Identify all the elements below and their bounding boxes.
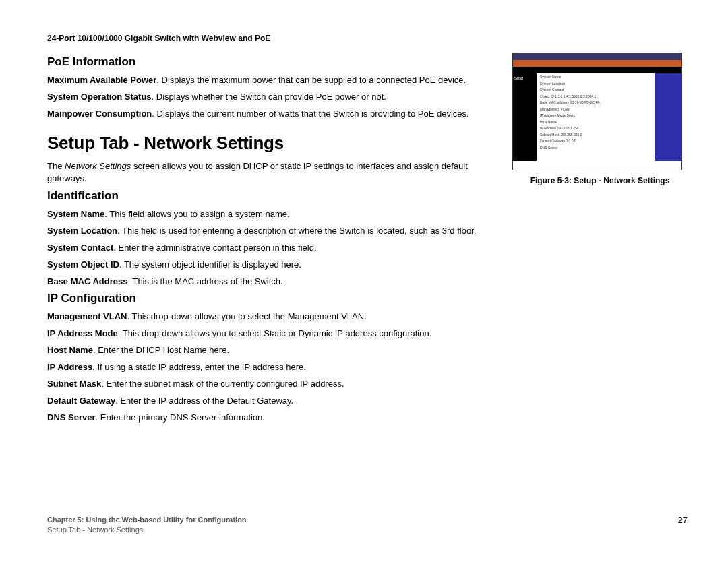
term: System Operation Status [47,92,152,102]
desc: . This is the MAC address of the Switch. [127,276,282,286]
desc: . This field allows you to assign a syst… [104,209,289,219]
figure-field: Base MAC address 00-19-98-FD-2C-FA [540,100,651,106]
ip-item: IP Address Mode. This drop-down allows y… [47,327,500,340]
desc: . This field is used for entering a desc… [117,226,476,236]
term: IP Address [47,362,92,372]
figure-column: Setup System Name System Location System… [512,53,688,428]
term: Maximum Available Power [47,75,156,85]
ident-item: System Location. This field is used for … [47,225,500,238]
figure-field: System Name [540,75,651,80]
footer-subtitle: Setup Tab - Network Settings [47,525,247,535]
ip-item: Subnet Mask. Enter the subnet mask of th… [47,378,500,391]
ip-item: Default Gateway. Enter the IP address of… [47,395,500,408]
figure-field: System Contact [540,88,651,93]
ident-item: System Object ID. The system object iden… [47,259,500,272]
figure-brandbar [513,53,681,60]
desc: . The system object identifier is displa… [119,259,301,270]
poe-heading: PoE Information [47,55,500,69]
intro-pre: The [47,161,65,171]
term: Subnet Mask [47,379,101,389]
term: DNS Server [47,412,96,423]
setup-intro: The Network Settings screen allows you t… [47,160,500,186]
desc: . This drop-down allows you to select th… [127,311,366,321]
page-footer: Chapter 5: Using the Web-based Utility f… [47,515,688,535]
ip-item: IP Address. If using a static IP address… [47,361,500,374]
figure-field: Subnet Mask 255.255.255.0 [540,133,651,138]
footer-left: Chapter 5: Using the Web-based Utility f… [47,515,247,535]
poe-item: System Operation Status. Displays whethe… [47,91,500,104]
desc: . Enter the DHCP Host Name here. [93,345,229,355]
desc: . If using a static IP address, enter th… [92,362,306,372]
figure-form: System Name System Location System Conta… [540,75,651,152]
figure-field: Default Gateway 0.0.0.0 [540,139,651,144]
figure-field: IP Address 192.168.1.254 [540,126,651,131]
term: System Object ID [47,259,119,270]
ident-item: Base MAC Address. This is the MAC addres… [47,276,500,288]
page-number: 27 [678,515,688,525]
figure-banner [513,60,681,67]
figure-help-panel [655,73,681,161]
desc: . Displays the current number of watts t… [152,108,468,119]
desc: . Enter the administrative contact perso… [113,243,316,253]
term: System Contact [47,243,113,253]
ident-heading: Identification [47,189,500,203]
footer-chapter: Chapter 5: Using the Web-based Utility f… [47,515,247,525]
figure-field: DNS Server [540,146,651,151]
poe-item: Maximum Available Power. Displays the ma… [47,74,500,87]
figure-field: System Location [540,82,651,87]
desc: . Enter the IP address of the Default Ga… [115,396,293,406]
term: Management VLAN [47,311,127,321]
ip-item: Management VLAN. This drop-down allows y… [47,311,500,323]
figure-field: Management VLAN [540,107,651,113]
figure-screenshot: Setup System Name System Location System… [512,53,682,170]
term: System Name [47,209,104,219]
setup-heading: Setup Tab - Network Settings [47,133,500,154]
product-header: 24-Port 10/100/1000 Gigabit Switch with … [47,34,688,43]
term: Mainpower Consumption [47,108,152,119]
ip-heading: IP Configuration [47,292,500,305]
figure-caption: Figure 5-3: Setup - Network Settings [512,176,688,185]
desc: . Enter the primary DNS Server informati… [96,412,265,423]
ident-item: System Contact. Enter the administrative… [47,242,500,255]
desc: . This drop-down allows you to select St… [118,328,432,338]
term: Host Name [47,345,93,355]
text-column: PoE Information Maximum Available Power.… [47,53,500,428]
term: Default Gateway [47,396,115,406]
figure-field: IP Address Mode Static [540,113,651,119]
term: IP Address Mode [47,328,118,338]
ident-item: System Name. This field allows you to as… [47,208,500,221]
intro-em: Network Settings [65,161,131,171]
poe-item: Mainpower Consumption. Displays the curr… [47,108,500,121]
ip-item: DNS Server. Enter the primary DNS Server… [47,412,500,425]
figure-sidebar: Setup [513,73,537,161]
figure-navbar [513,67,681,73]
figure-sidebar-item: Setup [514,76,535,80]
document-page: 24-Port 10/100/1000 Gigabit Switch with … [0,0,728,562]
figure-field: Object ID 1.3.6.1.4.1.3955.6.3.2024.1 [540,94,651,100]
term: System Location [47,226,117,236]
term: Base MAC Address [47,276,127,286]
desc: . Displays whether the Switch can provid… [152,92,386,102]
desc: . Enter the subnet mask of the currently… [101,379,344,389]
desc: . Displays the maximum power that can be… [156,75,466,85]
content-row: PoE Information Maximum Available Power.… [47,53,688,428]
ip-item: Host Name. Enter the DHCP Host Name here… [47,344,500,357]
figure-field: Host Name [540,120,651,125]
